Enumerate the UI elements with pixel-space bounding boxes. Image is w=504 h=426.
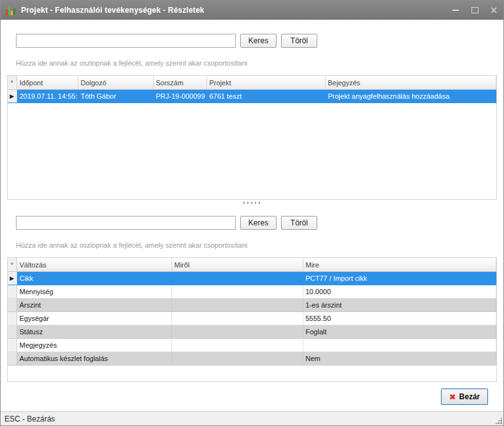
cell-mirol[interactable] <box>171 325 303 339</box>
column-header-mirol[interactable]: Miről <box>171 258 303 272</box>
maximize-icon <box>472 7 479 13</box>
window-controls: × <box>446 1 503 20</box>
close-dialog-button[interactable]: ✖ Bezár <box>441 388 488 405</box>
asterisk-icon: * <box>8 258 17 272</box>
cell-mirol[interactable] <box>171 339 303 352</box>
footer-bar: ✖ Bezár <box>7 382 497 411</box>
cell-valtozas[interactable]: Státusz <box>17 325 171 339</box>
cell-mirol[interactable] <box>171 272 303 285</box>
close-icon: × <box>490 6 498 15</box>
window-title: Projekt - Felhasználói tevékenységek - R… <box>21 6 446 15</box>
table-row[interactable]: ▶ Cikk PCT77 / Import cikk <box>8 272 496 285</box>
app-icon <box>6 6 16 15</box>
splitter-grip-icon <box>243 201 262 204</box>
top-search-row: Keres Töröl <box>16 34 497 48</box>
cell-mirol[interactable] <box>171 285 303 299</box>
table-row[interactable]: Mennyiség 10.0000 <box>8 285 496 299</box>
bottom-search-input[interactable] <box>16 216 236 230</box>
maximize-button[interactable] <box>465 1 484 20</box>
cell-projekt[interactable]: 6761 teszt <box>206 90 325 103</box>
cell-valtozas[interactable]: Automatikus készlet foglalás <box>17 352 171 366</box>
top-clear-button[interactable]: Töröl <box>281 34 317 48</box>
column-header-idopont[interactable]: Időpont <box>17 76 78 90</box>
activities-grid: * Időpont Dolgozó Sorszám Projekt Bejegy… <box>7 75 497 200</box>
cell-valtozas[interactable]: Mennyiség <box>17 285 171 299</box>
cell-mire[interactable]: 1-es árszint <box>303 299 496 312</box>
cell-mirol[interactable] <box>171 299 303 312</box>
table-row[interactable]: Automatikus készlet foglalás Nem <box>8 352 496 366</box>
row-arrow-icon: ▶ <box>8 272 17 285</box>
column-header-valtozas[interactable]: Változás <box>17 258 171 272</box>
activities-grid-header: * Időpont Dolgozó Sorszám Projekt Bejegy… <box>8 76 496 90</box>
close-dialog-label: Bezár <box>459 392 480 401</box>
top-search-button[interactable]: Keres <box>240 34 277 48</box>
status-bar: ESC - Bezárás <box>1 411 503 425</box>
table-row[interactable]: Megjegyzés <box>8 339 496 352</box>
row-arrow-icon: ▶ <box>8 90 17 103</box>
changes-grid: * Változás Miről Mire ▶ Cikk PCT77 / Imp… <box>7 257 497 382</box>
close-button[interactable]: × <box>484 1 503 20</box>
asterisk-icon: * <box>8 76 17 90</box>
top-search-input[interactable] <box>16 34 236 48</box>
column-header-bejegyzes[interactable]: Bejegyzés <box>325 76 496 90</box>
cell-mirol[interactable] <box>171 312 303 325</box>
table-row[interactable]: Státusz Foglalt <box>8 325 496 339</box>
cell-mire[interactable]: PCT77 / Import cikk <box>303 272 496 285</box>
status-text: ESC - Bezárás <box>4 415 55 423</box>
bottom-clear-button[interactable]: Töröl <box>281 216 317 230</box>
cell-sorszam[interactable]: PRJ-19-000099 <box>153 90 206 103</box>
resize-grip[interactable] <box>495 417 502 424</box>
column-header-dolgozo[interactable]: Dolgozó <box>78 76 153 90</box>
cell-mire[interactable] <box>303 339 496 352</box>
column-header-mire[interactable]: Mire <box>303 258 496 272</box>
dialog-window: Projekt - Felhasználói tevékenységek - R… <box>0 0 504 426</box>
panel-splitter[interactable] <box>7 200 497 206</box>
cell-mirol[interactable] <box>171 352 303 366</box>
cell-valtozas[interactable]: Egységár <box>17 312 171 325</box>
bottom-search-row: Keres Töröl <box>16 216 497 230</box>
cell-dolgozo[interactable]: Tóth Gábor <box>78 90 153 103</box>
bottom-search-button[interactable]: Keres <box>240 216 277 230</box>
cell-idopont[interactable]: 2019.07.11. 14:55: <box>17 90 78 103</box>
title-bar[interactable]: Projekt - Felhasználói tevékenységek - R… <box>1 1 503 20</box>
table-row[interactable]: Árszint 1-es árszint <box>8 299 496 312</box>
changes-grid-header: * Változás Miről Mire <box>8 258 496 272</box>
cell-mire[interactable]: 10.0000 <box>303 285 496 299</box>
minimize-button[interactable] <box>446 1 465 20</box>
cell-mire[interactable]: Foglalt <box>303 325 496 339</box>
minimize-icon <box>452 10 459 11</box>
cell-valtozas[interactable]: Árszint <box>17 299 171 312</box>
cell-mire[interactable]: 5555.50 <box>303 312 496 325</box>
column-header-projekt[interactable]: Projekt <box>206 76 325 90</box>
cell-mire[interactable]: Nem <box>303 352 496 366</box>
dialog-content: Keres Töröl Húzza ide annak az oszlopnak… <box>1 20 503 411</box>
cell-valtozas[interactable]: Megjegyzés <box>17 339 171 352</box>
cell-bejegyzes[interactable]: Projekt anyagfelhasználás hozzáadása <box>325 90 496 103</box>
table-row[interactable]: Egységár 5555.50 <box>8 312 496 325</box>
column-header-sorszam[interactable]: Sorszám <box>153 76 206 90</box>
cell-valtozas[interactable]: Cikk <box>17 272 171 285</box>
bottom-group-by-hint: Húzza ide annak az oszlopnak a fejlécét,… <box>16 241 497 250</box>
top-group-by-hint: Húzza ide annak az oszlopnak a fejlécét,… <box>16 59 497 67</box>
table-row[interactable]: ▶ 2019.07.11. 14:55: Tóth Gábor PRJ-19-0… <box>8 90 496 103</box>
red-x-icon: ✖ <box>449 393 456 401</box>
